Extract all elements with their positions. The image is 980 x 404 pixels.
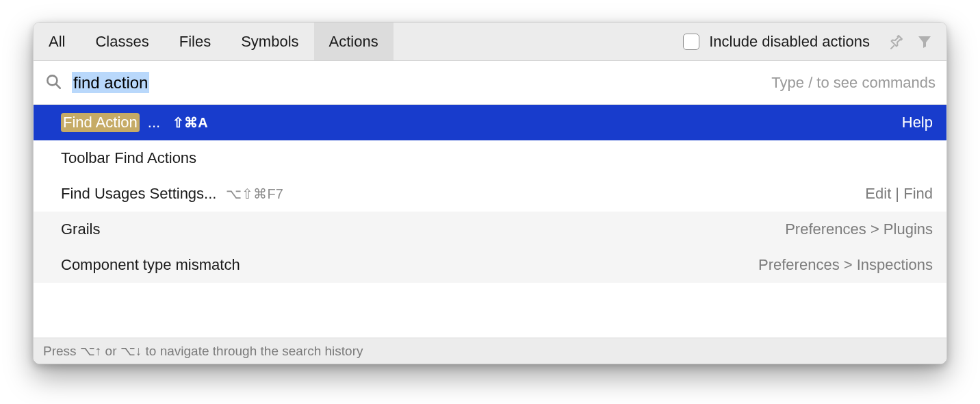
tabs: All Classes Files Symbols Actions	[34, 23, 394, 60]
result-shortcut: ⇧⌘A	[172, 114, 207, 131]
include-disabled-checkbox[interactable]	[683, 34, 699, 50]
result-context: Preferences > Inspections	[758, 256, 933, 274]
result-row[interactable]: Toolbar Find Actions	[34, 140, 946, 176]
result-row[interactable]: Grails Preferences > Plugins	[34, 212, 946, 247]
result-name-text: Find Usages Settings...	[61, 185, 216, 203]
tab-all[interactable]: All	[34, 23, 80, 60]
tab-bar-right: Include disabled actions	[683, 23, 946, 60]
pin-icon[interactable]	[886, 32, 905, 51]
result-context: Edit | Find	[865, 185, 933, 203]
search-input[interactable]: find action	[72, 73, 149, 92]
tab-bar: All Classes Files Symbols Actions Includ…	[34, 23, 946, 61]
include-disabled-label: Include disabled actions	[709, 33, 870, 51]
result-row[interactable]: Component type mismatch Preferences > In…	[34, 247, 946, 283]
result-name: Find Action... ⇧⌘A	[61, 113, 208, 132]
tab-label: Symbols	[241, 33, 298, 51]
svg-line-1	[56, 84, 60, 88]
svg-point-0	[47, 75, 57, 85]
result-highlight: Find Action	[61, 113, 140, 132]
result-name: Find Usages Settings... ⌥⇧⌘F7	[61, 185, 283, 203]
result-shortcut: ⌥⇧⌘F7	[226, 186, 283, 202]
result-context: Preferences > Plugins	[785, 220, 933, 238]
search-hint: Type / to see commands	[771, 74, 936, 92]
tab-label: All	[49, 33, 65, 51]
search-query-text: find action	[72, 72, 149, 93]
result-name: Toolbar Find Actions	[61, 149, 196, 167]
tab-label: Actions	[329, 33, 378, 51]
tab-symbols[interactable]: Symbols	[226, 23, 313, 60]
result-name: Grails	[61, 220, 100, 238]
tab-label: Classes	[95, 33, 149, 51]
result-name-rest: ...	[148, 114, 160, 131]
footer-text: Press ⌥↑ or ⌥↓ to navigate through the s…	[43, 343, 363, 359]
results-list: Find Action... ⇧⌘A Help Toolbar Find Act…	[34, 105, 946, 338]
result-row[interactable]: Find Action... ⇧⌘A Help	[34, 105, 946, 140]
result-row[interactable]: Find Usages Settings... ⌥⇧⌘F7 Edit | Fin…	[34, 176, 946, 212]
footer-hint: Press ⌥↑ or ⌥↓ to navigate through the s…	[34, 338, 946, 364]
search-everywhere-popup: All Classes Files Symbols Actions Includ…	[33, 22, 947, 364]
filter-icon[interactable]	[915, 32, 934, 51]
tab-actions[interactable]: Actions	[314, 23, 394, 60]
search-icon	[44, 73, 62, 93]
tab-classes[interactable]: Classes	[80, 23, 164, 60]
tab-files[interactable]: Files	[164, 23, 226, 60]
result-context: Help	[902, 114, 933, 131]
result-name: Component type mismatch	[61, 256, 240, 274]
search-row: find action Type / to see commands	[34, 61, 946, 105]
tab-label: Files	[179, 33, 211, 51]
